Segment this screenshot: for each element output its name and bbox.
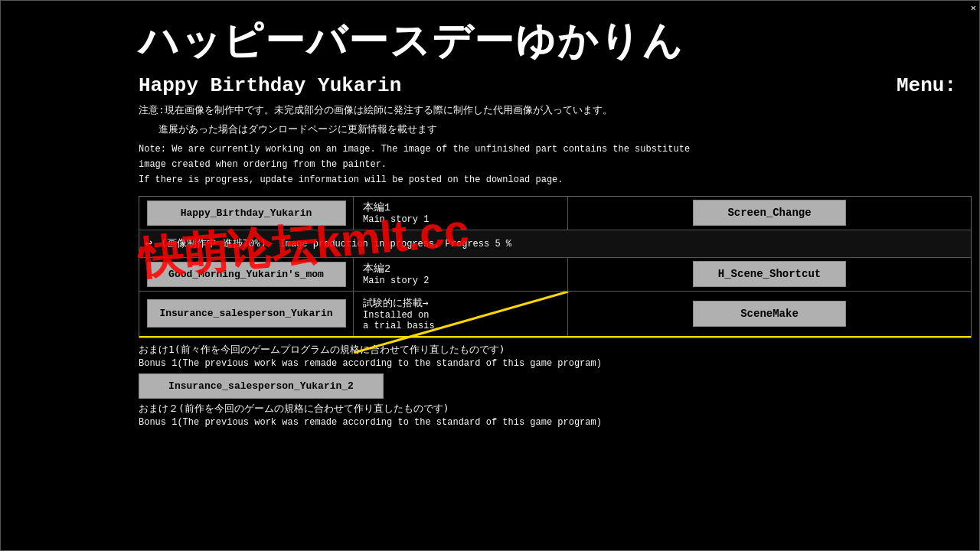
row-insurance: Insurance_salesperson_Yukarin 試験的に搭載→ In…: [139, 292, 971, 337]
title-japanese: ハッピーバースデーゆかりん: [139, 15, 972, 68]
notice-japanese-line2: 進展があった場合はダウンロードページに更新情報を載せます: [139, 122, 972, 139]
main-content: ハッピーバースデーゆかりん Happy Birthday Yukarin Men…: [131, 7, 979, 550]
main-story-1-en: Main story 1: [363, 214, 558, 225]
insurance-button[interactable]: Insurance_salesperson_Yukarin: [147, 299, 346, 328]
main-story-2-en: Main story 2: [363, 276, 558, 286]
notice-section: 注意:現在画像を制作中です。未完成部分の画像は絵師に発注する際に制作した代用画像…: [139, 103, 972, 188]
insurance-2-button[interactable]: Insurance_salesperson_Yukarin_2: [139, 373, 384, 399]
menu-label: Menu:: [897, 74, 972, 97]
window: ✕ ハッピーバースデーゆかりん Happy Birthday Yukarin M…: [0, 0, 980, 551]
scene-make-button[interactable]: SceneMake: [693, 301, 846, 327]
notice-japanese-line1: 注意:現在画像を制作中です。未完成部分の画像は絵師に発注する際に制作した代用画像…: [139, 103, 972, 119]
bonus-1-en: Bonus 1(The previous work was remade acc…: [139, 358, 972, 369]
row-1: Happy_Birthday_Yukarin 本編1 Main story 1 …: [139, 197, 971, 230]
notice-english-line3: If there is progress, update information…: [139, 172, 972, 187]
progress-en: Image production in progress, Progress 5…: [280, 239, 511, 249]
header-row: Happy Birthday Yukarin Menu:: [139, 74, 972, 97]
happy-birthday-button[interactable]: Happy_Birthday_Yukarin: [147, 201, 346, 226]
h-scene-shortcut-button[interactable]: H_Scene_Shortcut: [693, 261, 846, 287]
title-english: Happy Birthday Yukarin: [139, 74, 782, 97]
screen-change-button[interactable]: Screen_Change: [693, 200, 846, 226]
progress-jp: (画像制作中 進捗70%): [161, 237, 266, 249]
progress-row: ↩ (画像制作中 進捗70%) Image production in prog…: [139, 230, 971, 258]
content-grid: Happy_Birthday_Yukarin 本編1 Main story 1 …: [139, 196, 972, 338]
row-3: Good_Morning_Yukarin's_mom 本編2 Main stor…: [139, 258, 971, 292]
insurance-2-section: Insurance_salesperson_Yukarin_2 おまけ２(前作を…: [139, 373, 972, 428]
main-story-2-jp: 本編2: [363, 262, 558, 276]
bonus-2-en: Bonus 1(The previous work was remade acc…: [139, 417, 972, 428]
main-story-1-jp: 本編1: [363, 201, 558, 214]
yellow-diagonal: [346, 292, 576, 353]
progress-icon: ↩: [139, 236, 155, 251]
close-button[interactable]: ✕: [971, 2, 976, 14]
notice-english-line1: Note: We are currently working on an ima…: [139, 142, 972, 157]
bonus-2-jp: おまけ２(前作を今回のゲームの規格に合わせて作り直したものです): [139, 402, 972, 416]
notice-english-line2: image created when ordering from the pai…: [139, 157, 972, 172]
good-morning-button[interactable]: Good_Morning_Yukarin's_mom: [147, 262, 346, 287]
